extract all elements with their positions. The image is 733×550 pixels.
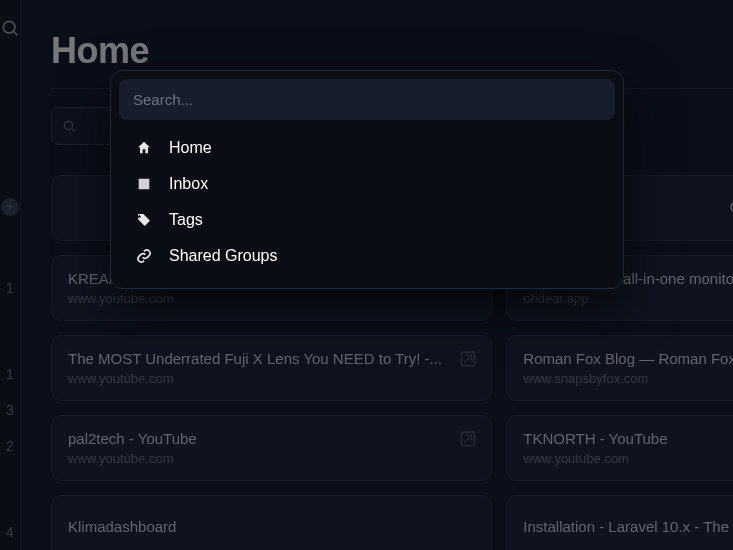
palette-item-inbox[interactable]: Inbox <box>125 166 609 202</box>
palette-item-label: Shared Groups <box>169 247 278 265</box>
palette-item-tags[interactable]: Tags <box>125 202 609 238</box>
home-icon <box>135 140 153 156</box>
inbox-icon <box>135 176 153 192</box>
command-palette: Home Inbox Tags Shared Groups <box>110 70 624 289</box>
palette-list: Home Inbox Tags Shared Groups <box>119 120 615 280</box>
palette-search-input[interactable] <box>119 79 615 120</box>
palette-item-label: Inbox <box>169 175 208 193</box>
tag-icon <box>135 212 153 228</box>
link-icon <box>135 248 153 264</box>
palette-item-label: Home <box>169 139 212 157</box>
palette-item-label: Tags <box>169 211 203 229</box>
palette-item-home[interactable]: Home <box>125 130 609 166</box>
palette-item-shared-groups[interactable]: Shared Groups <box>125 238 609 274</box>
